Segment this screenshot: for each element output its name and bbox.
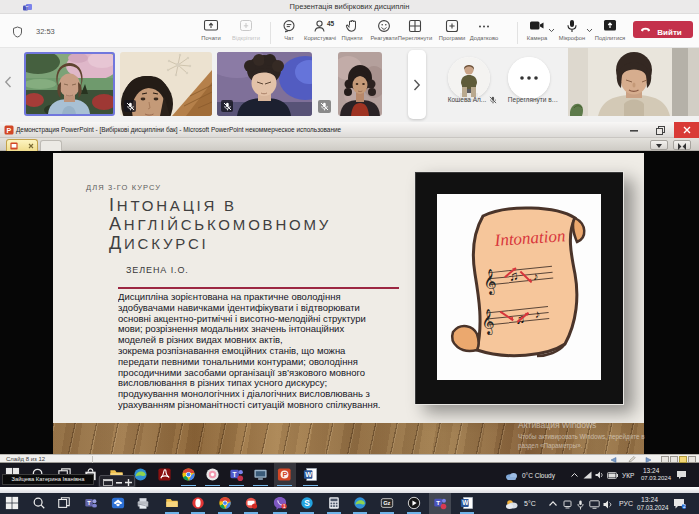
- participants-video-strip: Кошева Ал... Переглянути в…: [0, 48, 699, 122]
- powerpoint-titlebar[interactable]: P Демонстрация PowerPoint - [Вибіркові д…: [0, 122, 699, 138]
- zoom-out-icon[interactable]: [116, 482, 122, 484]
- network-icon[interactable]: [583, 471, 592, 479]
- inactive-tab[interactable]: [40, 140, 62, 151]
- video-tile-participant-4[interactable]: [338, 52, 382, 116]
- video-tile-participant-3[interactable]: [217, 52, 312, 116]
- notification-icon[interactable]: 2: [673, 498, 686, 509]
- slideshow-view-button[interactable]: [679, 456, 687, 463]
- tray-expand-icon[interactable]: [549, 501, 557, 506]
- close-button[interactable]: [674, 122, 699, 138]
- slideshow-menu-button[interactable]: [650, 140, 668, 150]
- active-app-underline: [303, 485, 318, 487]
- reading-view-button[interactable]: [688, 456, 696, 463]
- search-icon[interactable]: [32, 496, 46, 510]
- weather-text[interactable]: 5°C: [524, 500, 536, 507]
- tray-clock-date[interactable]: 07.03.2024: [637, 504, 669, 511]
- slide-divider-rule: [118, 287, 399, 289]
- chrome-icon[interactable]: [218, 496, 232, 510]
- overflow-participant-avatar[interactable]: [448, 57, 490, 99]
- overflow-more-avatar[interactable]: [508, 57, 550, 99]
- teams-classic-icon[interactable]: T: [433, 496, 447, 510]
- unpin-label: Відкріпити: [232, 35, 260, 41]
- svg-text:P: P: [7, 127, 12, 134]
- smiley-icon: [377, 19, 391, 33]
- mail-app-icon[interactable]: [111, 496, 125, 510]
- zoom-in-icon[interactable]: [125, 479, 132, 486]
- slide-counter: Слайд 8 из 12: [6, 456, 45, 462]
- volume-icon[interactable]: [595, 471, 604, 479]
- pen-tool-icon[interactable]: [628, 456, 636, 463]
- word-taskbar-icon[interactable]: W: [303, 467, 318, 482]
- tray-expand-icon[interactable]: [571, 473, 578, 477]
- language-indicator[interactable]: РУС: [619, 500, 633, 507]
- mic-icon: [566, 19, 578, 33]
- magnifier-toolbar[interactable]: [99, 475, 135, 487]
- next-slide-icon[interactable]: [645, 457, 652, 463]
- powerpoint-window-title: Демонстрация PowerPoint - [Вибіркові дис…: [16, 126, 341, 133]
- powerpoint-taskbar-icon[interactable]: P: [277, 467, 292, 482]
- share-screen-icon: [603, 19, 618, 32]
- acrobat-icon[interactable]: [157, 467, 172, 482]
- active-app-underline: [229, 485, 244, 487]
- tray-clock-date[interactable]: 07.03.2024: [641, 475, 671, 481]
- leave-button[interactable]: Вийти: [633, 21, 693, 38]
- mic-tray-icon[interactable]: [577, 500, 584, 510]
- minimize-button[interactable]: [622, 122, 646, 138]
- strip-scroll-left-icon[interactable]: [4, 76, 12, 88]
- file-explorer-icon[interactable]: [165, 496, 179, 510]
- start-button-icon[interactable]: [5, 496, 19, 510]
- viber-icon[interactable]: 1: [273, 496, 287, 510]
- opera-icon[interactable]: [191, 496, 205, 510]
- weather-sun-cloud-icon[interactable]: [505, 499, 519, 509]
- weather-text[interactable]: 0°C Cloudy: [522, 472, 555, 479]
- language-indicator[interactable]: УКР: [622, 472, 634, 479]
- oz-app-icon[interactable]: Gz: [380, 496, 394, 510]
- close-tab-icon[interactable]: [28, 143, 34, 149]
- teams-app-icon[interactable]: T: [229, 467, 244, 482]
- hangup-icon: [640, 25, 651, 34]
- more-dots-icon: [477, 19, 491, 33]
- printer-icon[interactable]: [136, 496, 150, 510]
- svg-text:T: T: [436, 499, 440, 506]
- mic-chevron-icon[interactable]: [586, 28, 593, 33]
- restore-button[interactable]: [648, 122, 672, 138]
- chrome-profile-icon[interactable]: [205, 467, 220, 482]
- strip-scroll-right-button[interactable]: [408, 50, 426, 119]
- meeting-title: Презентація вибіркових дисциплін: [0, 2, 699, 11]
- slide-sorter-view-button[interactable]: [670, 456, 678, 463]
- video-tile-participant-1[interactable]: [24, 52, 115, 116]
- teams-icon[interactable]: T: [84, 496, 98, 510]
- skype-icon[interactable]: S: [300, 496, 314, 510]
- participant-photo: [448, 57, 490, 99]
- calculator-icon[interactable]: [327, 496, 341, 510]
- edge-icon[interactable]: [353, 496, 367, 510]
- slideshow-fullscreen-button[interactable]: [673, 140, 691, 150]
- chrome-icon[interactable]: [181, 467, 196, 482]
- mic-label: Мікрофон: [559, 35, 585, 41]
- red-badge-app-icon[interactable]: [244, 496, 258, 510]
- normal-view-button[interactable]: [661, 456, 669, 463]
- security-tray-icon[interactable]: [563, 500, 572, 509]
- weather-cloud-icon[interactable]: [505, 471, 518, 480]
- remote-desktop-icon[interactable]: [253, 467, 268, 482]
- camera-icon: [529, 19, 545, 32]
- volume-tray-icon[interactable]: [603, 500, 613, 509]
- action-center-icon[interactable]: [676, 470, 687, 480]
- self-video-tile[interactable]: [568, 48, 699, 116]
- battery-icon[interactable]: [607, 472, 618, 479]
- task-view-icon[interactable]: [57, 496, 71, 510]
- video-tile-participant-2[interactable]: [120, 52, 212, 116]
- active-app-underline: [277, 485, 292, 487]
- display-tray-icon[interactable]: [589, 500, 600, 509]
- word-icon[interactable]: W: [460, 496, 474, 510]
- tray-clock-time[interactable]: 13:24: [643, 467, 659, 474]
- react-label: Реагувати: [370, 35, 397, 41]
- slide-kicker: ДЛЯ 3-ГО КУРСУ: [86, 183, 161, 192]
- media-player-icon[interactable]: [407, 496, 421, 510]
- tray-clock-time[interactable]: 13:24: [641, 496, 658, 503]
- camera-chevron-icon[interactable]: [548, 28, 555, 33]
- slideshow-tab[interactable]: [6, 139, 38, 151]
- svg-text:T: T: [233, 471, 237, 478]
- previous-slide-icon[interactable]: [610, 457, 617, 463]
- edge-icon[interactable]: [133, 467, 148, 482]
